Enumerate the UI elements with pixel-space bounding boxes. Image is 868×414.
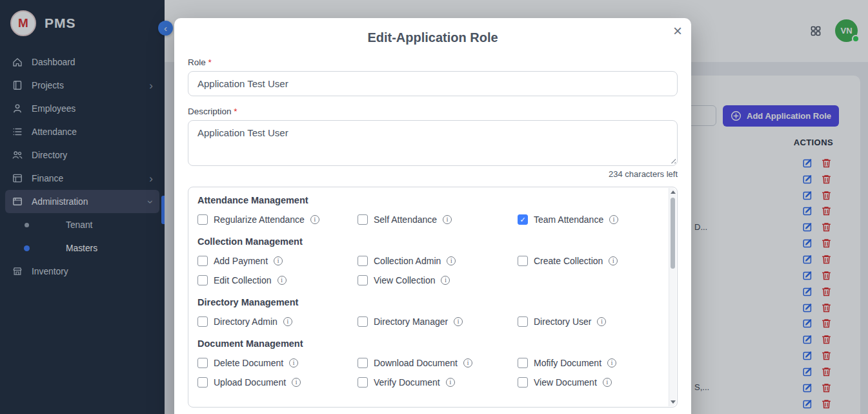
permission-label: View Collection bbox=[374, 275, 435, 285]
permission-collection-admin[interactable]: Collection Admini bbox=[358, 254, 518, 267]
checkbox[interactable] bbox=[358, 275, 368, 285]
checkbox[interactable] bbox=[518, 377, 528, 388]
permission-upload-document[interactable]: Upload Documenti bbox=[197, 376, 358, 389]
permission-group-title: Attendance Management bbox=[197, 195, 658, 205]
permission-group-title: Directory Management bbox=[197, 297, 658, 307]
permission-directory-user[interactable]: Directory Useri bbox=[518, 315, 658, 328]
required-asterisk: * bbox=[234, 107, 237, 116]
scrollbar bbox=[669, 188, 676, 406]
checkbox[interactable] bbox=[358, 256, 368, 266]
permission-edit-collection[interactable]: Edit Collectioni bbox=[197, 274, 358, 287]
permission-verify-document[interactable]: Verify Documenti bbox=[358, 376, 518, 389]
permissions-list: Attendance ManagementRegularize Attendan… bbox=[188, 187, 669, 407]
checkbox[interactable] bbox=[518, 358, 528, 368]
permission-label: Mofify Document bbox=[534, 358, 601, 368]
permission-label: Team Attendance bbox=[534, 214, 603, 225]
permission-create-collection[interactable]: Create Collectioni bbox=[518, 254, 658, 267]
permission-label: Regularize Attendance bbox=[214, 214, 305, 225]
permission-directory-admin[interactable]: Directory Admini bbox=[197, 315, 358, 328]
permission-add-payment[interactable]: Add Paymenti bbox=[197, 254, 358, 267]
info-icon[interactable]: i bbox=[278, 276, 287, 285]
permission-download-document[interactable]: Download Documenti bbox=[358, 357, 518, 369]
role-label-text: Role bbox=[188, 57, 206, 67]
edit-application-role-modal: × Edit-Application Role Role * Descripti… bbox=[174, 18, 691, 414]
permission-group: Attendance ManagementRegularize Attendan… bbox=[197, 195, 658, 226]
info-icon[interactable]: i bbox=[441, 276, 450, 285]
permission-label: Self Attendance bbox=[374, 214, 437, 225]
role-input[interactable] bbox=[188, 71, 678, 96]
modal-title: Edit-Application Role bbox=[188, 18, 678, 47]
permission-team-attendance[interactable]: ✓Team Attendancei bbox=[518, 213, 658, 226]
permission-label: Edit Collection bbox=[214, 275, 272, 285]
screen: VN Add Application Role ACTIONS D... S,.… bbox=[0, 0, 868, 414]
permission-regularize-attendance[interactable]: Regularize Attendancei bbox=[197, 213, 358, 226]
permission-directory-manager[interactable]: Directory Manageri bbox=[358, 315, 518, 328]
checkbox[interactable] bbox=[197, 377, 208, 388]
scroll-up-arrow-icon[interactable] bbox=[671, 191, 676, 194]
permission-label: View Document bbox=[534, 377, 597, 388]
permission-label: Directory Manager bbox=[374, 316, 448, 327]
checkbox[interactable] bbox=[358, 316, 368, 327]
scrollbar-thumb[interactable] bbox=[671, 198, 675, 269]
permission-label: Directory User bbox=[534, 316, 591, 327]
info-icon[interactable]: i bbox=[289, 358, 298, 367]
info-icon[interactable]: i bbox=[597, 317, 606, 326]
info-icon[interactable]: i bbox=[443, 215, 452, 224]
permission-group: Document ManagementDelete DocumentiDownl… bbox=[197, 338, 658, 389]
info-icon[interactable]: i bbox=[310, 215, 319, 224]
permission-label: Create Collection bbox=[534, 256, 603, 266]
permission-self-attendance[interactable]: Self Attendancei bbox=[358, 213, 518, 226]
description-field-wrap: Application Test User bbox=[188, 120, 678, 166]
permission-label: Upload Document bbox=[214, 377, 286, 388]
description-label: Description * bbox=[188, 107, 678, 116]
checkbox[interactable] bbox=[197, 316, 208, 327]
permission-label: Directory Admin bbox=[214, 316, 278, 327]
checkbox[interactable] bbox=[358, 214, 368, 225]
permission-group-title: Document Management bbox=[197, 338, 658, 349]
info-icon[interactable]: i bbox=[447, 256, 456, 265]
checkbox[interactable] bbox=[518, 316, 528, 327]
info-icon[interactable]: i bbox=[274, 256, 283, 265]
checkbox[interactable] bbox=[197, 214, 208, 225]
info-icon[interactable]: i bbox=[603, 378, 612, 387]
permission-group: Directory ManagementDirectory AdminiDire… bbox=[197, 297, 658, 328]
info-icon[interactable]: i bbox=[609, 215, 618, 224]
checkbox[interactable] bbox=[197, 256, 208, 266]
chars-left: 234 characters left bbox=[188, 169, 678, 180]
permission-label: Add Payment bbox=[214, 256, 268, 266]
permission-view-document[interactable]: View Documenti bbox=[518, 376, 658, 389]
checkbox[interactable] bbox=[197, 358, 208, 368]
description-textarea[interactable]: Application Test User bbox=[188, 120, 678, 166]
checkbox[interactable] bbox=[518, 256, 528, 266]
permission-mofify-document[interactable]: Mofify Documenti bbox=[518, 357, 658, 369]
info-icon[interactable]: i bbox=[446, 378, 455, 387]
permission-label: Download Document bbox=[374, 358, 458, 368]
permission-group: Collection ManagementAdd PaymentiCollect… bbox=[197, 236, 658, 287]
info-icon[interactable]: i bbox=[454, 317, 463, 326]
info-icon[interactable]: i bbox=[607, 358, 616, 367]
info-icon[interactable]: i bbox=[292, 378, 301, 387]
required-asterisk: * bbox=[208, 57, 212, 67]
permission-label: Verify Document bbox=[374, 377, 440, 388]
description-label-text: Description bbox=[188, 107, 232, 116]
close-icon[interactable]: × bbox=[673, 23, 682, 39]
checkbox[interactable] bbox=[197, 275, 208, 285]
role-label: Role * bbox=[188, 57, 678, 67]
permissions-panel: Attendance ManagementRegularize Attendan… bbox=[188, 187, 678, 408]
checkbox[interactable] bbox=[358, 377, 368, 388]
info-icon[interactable]: i bbox=[609, 256, 618, 265]
permission-label: Delete Document bbox=[214, 358, 283, 368]
permission-view-collection[interactable]: View Collectioni bbox=[358, 274, 518, 287]
permission-delete-document[interactable]: Delete Documenti bbox=[197, 357, 358, 369]
checkbox[interactable]: ✓ bbox=[518, 214, 528, 225]
scroll-down-arrow-icon[interactable] bbox=[671, 400, 676, 404]
permission-label: Collection Admin bbox=[374, 256, 441, 266]
info-icon[interactable]: i bbox=[283, 317, 292, 326]
permission-group-title: Collection Management bbox=[197, 236, 658, 247]
info-icon[interactable]: i bbox=[463, 358, 472, 367]
checkbox[interactable] bbox=[358, 358, 368, 368]
